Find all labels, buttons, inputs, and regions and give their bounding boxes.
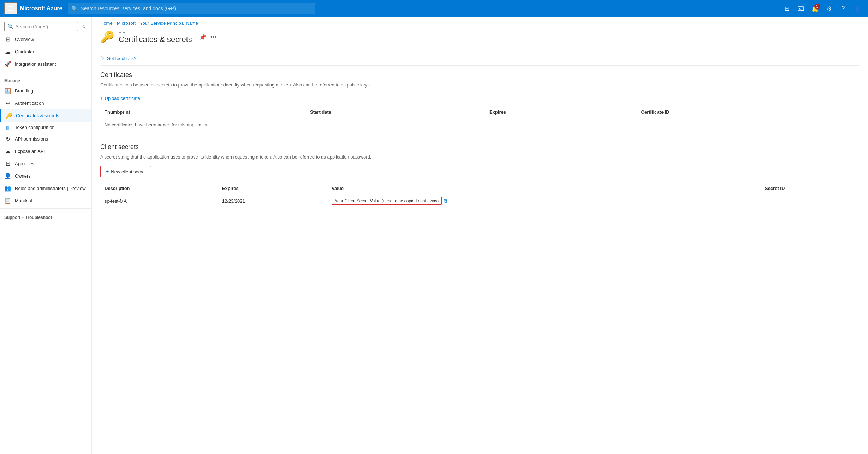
global-search[interactable]: 🔍	[68, 3, 315, 14]
secret-value-wrapper: Your Client Secret Value (need to be cop…	[332, 197, 756, 205]
top-navigation: ☰ Microsoft Azure 🔍 ⊞ 🔔 3 ⚙ ? 👤	[0, 0, 868, 17]
page-title: Certificates & secrets	[119, 35, 192, 44]
authentication-icon: ↩	[4, 100, 11, 107]
col-description: Description	[100, 183, 218, 194]
breadcrumb-service-principal[interactable]: Your Service Principal Name	[140, 20, 198, 26]
settings-icon[interactable]: ⚙	[823, 2, 836, 15]
sidebar-item-label: App roles	[15, 161, 34, 166]
main-layout: 🔍 « ⊞ Overview ☁ Quickstart 🚀 Integratio…	[0, 17, 868, 454]
heart-icon: ♡	[100, 56, 105, 61]
user-avatar[interactable]: 👤	[851, 2, 864, 15]
sidebar-item-label: Overview	[15, 37, 34, 42]
upload-btn-label: Upload certificate	[105, 96, 140, 101]
sidebar-item-branding[interactable]: 🪟 Branding	[0, 85, 91, 97]
sidebar-item-integration-assistant[interactable]: 🚀 Integration assistant	[0, 58, 91, 70]
notification-badge: 3	[814, 4, 820, 9]
overview-icon: ⊞	[4, 36, 11, 43]
roles-icon: 👥	[4, 185, 11, 192]
table-row: sp-test-MA 12/23/2021 Your Client Secret…	[100, 194, 860, 208]
sidebar-divider	[0, 72, 91, 72]
sidebar-item-label: Roles and administrators | Preview	[15, 186, 86, 191]
certificates-title: Certificates	[100, 71, 860, 79]
client-secrets-table-container: Description Expires Value Secret ID sp-t…	[100, 183, 860, 208]
sidebar-item-label: Owners	[15, 173, 31, 179]
sidebar-search-icon: 🔍	[7, 24, 13, 29]
search-input[interactable]	[81, 6, 311, 11]
new-client-secret-button[interactable]: + New client secret	[100, 166, 151, 177]
secret-description: sp-test-MA	[100, 194, 218, 208]
client-secrets-section: Client secrets A secret string that the …	[100, 143, 860, 208]
col-expires: Expires	[218, 183, 327, 194]
sidebar-item-certificates-secrets[interactable]: 🔑 Certificates & secrets	[0, 109, 91, 122]
upload-icon: ↑	[100, 96, 103, 101]
col-cert-id: Certificate ID	[637, 107, 860, 118]
sidebar-item-label: Quickstart	[15, 49, 36, 54]
secret-expires: 12/23/2021	[218, 194, 327, 208]
collapse-sidebar-btn[interactable]: «	[78, 20, 90, 33]
col-expires: Expires	[485, 107, 637, 118]
owners-icon: 👤	[4, 173, 11, 179]
copy-icon[interactable]: ⧉	[444, 198, 447, 204]
sidebar-item-quickstart[interactable]: ☁ Quickstart	[0, 46, 91, 58]
sidebar-divider-2	[0, 208, 91, 209]
pin-button[interactable]: 📌	[199, 34, 206, 41]
certificates-table: Thumbprint Start date Expires Certificat…	[100, 107, 860, 132]
page-header: 🔑 -- -- | Certificates & secrets 📌 •••	[92, 27, 868, 50]
certificates-table-body: No certificates have been added for this…	[100, 118, 860, 132]
sidebar-search[interactable]: 🔍	[4, 22, 78, 31]
page-app-name: -- -- |	[119, 30, 192, 35]
sidebar-item-roles-admins[interactable]: 👥 Roles and administrators | Preview	[0, 182, 91, 195]
sidebar-item-token-configuration[interactable]: ||| Token configuration	[0, 122, 91, 133]
portal-menu-icon[interactable]: ⊞	[780, 2, 793, 15]
client-secrets-table-body: sp-test-MA 12/23/2021 Your Client Secret…	[100, 194, 860, 208]
header-actions: 📌 •••	[199, 34, 216, 41]
col-value: Value	[327, 183, 761, 194]
quickstart-icon: ☁	[4, 48, 11, 55]
certificates-desc: Certificates can be used as secrets to p…	[100, 82, 860, 89]
sidebar-item-authentication[interactable]: ↩ Authentication	[0, 97, 91, 109]
main-content-area: Home › Microsoft › Your Service Principa…	[92, 17, 868, 454]
token-icon: |||	[4, 125, 11, 130]
upload-certificate-button[interactable]: ↑ Upload certificate	[100, 94, 140, 102]
sidebar-item-label: Integration assistant	[15, 61, 56, 67]
sidebar-item-label: Certificates & secrets	[16, 113, 59, 118]
manage-section-label: Manage	[0, 73, 91, 85]
sidebar-item-overview[interactable]: ⊞ Overview	[0, 33, 91, 46]
breadcrumb-microsoft[interactable]: Microsoft	[117, 20, 136, 26]
sidebar-item-app-roles[interactable]: ⊞ App roles	[0, 157, 91, 170]
breadcrumb-home[interactable]: Home	[100, 20, 113, 26]
certificates-table-container: Thumbprint Start date Expires Certificat…	[100, 107, 860, 132]
feedback-link[interactable]: Got feedback?	[107, 56, 137, 61]
page-icon: 🔑	[100, 30, 114, 44]
sidebar-item-owners[interactable]: 👤 Owners	[0, 170, 91, 182]
notifications-icon[interactable]: 🔔 3	[809, 2, 821, 15]
sidebar-item-label: Manifest	[15, 198, 32, 203]
breadcrumb: Home › Microsoft › Your Service Principa…	[92, 17, 868, 27]
search-icon: 🔍	[72, 6, 78, 11]
brand-name: Microsoft Azure	[20, 5, 62, 12]
expose-icon: ☁	[4, 148, 11, 155]
secret-id-cell	[761, 194, 860, 208]
more-options-button[interactable]: •••	[210, 34, 216, 40]
sidebar-item-expose-api[interactable]: ☁ Expose an API	[0, 145, 91, 157]
api-icon: ↻	[4, 136, 11, 142]
sidebar-item-label: Token configuration	[15, 125, 55, 130]
sidebar-item-label: Branding	[15, 88, 33, 94]
col-thumbprint: Thumbprint	[100, 107, 306, 118]
cloud-shell-icon[interactable]	[795, 2, 807, 15]
help-icon[interactable]: ?	[837, 2, 850, 15]
client-secrets-table: Description Expires Value Secret ID sp-t…	[100, 183, 860, 208]
integration-icon: 🚀	[4, 61, 11, 67]
certificates-section: Certificates Certificates can be used as…	[100, 71, 860, 132]
sidebar-item-label: API permissions	[15, 136, 48, 142]
certificates-icon: 🔑	[5, 112, 12, 119]
client-secrets-table-head: Description Expires Value Secret ID	[100, 183, 860, 194]
hamburger-menu[interactable]: ☰	[4, 2, 17, 14]
manifest-icon: 📋	[4, 197, 11, 204]
secret-value-cell: Your Client Secret Value (need to be cop…	[327, 194, 761, 208]
sidebar-item-manifest[interactable]: 📋 Manifest	[0, 195, 91, 207]
col-secret-id: Secret ID	[761, 183, 860, 194]
sidebar-item-api-permissions[interactable]: ↻ API permissions	[0, 133, 91, 145]
sidebar-search-input[interactable]	[16, 24, 75, 29]
new-secret-btn-label: New client secret	[111, 169, 146, 174]
